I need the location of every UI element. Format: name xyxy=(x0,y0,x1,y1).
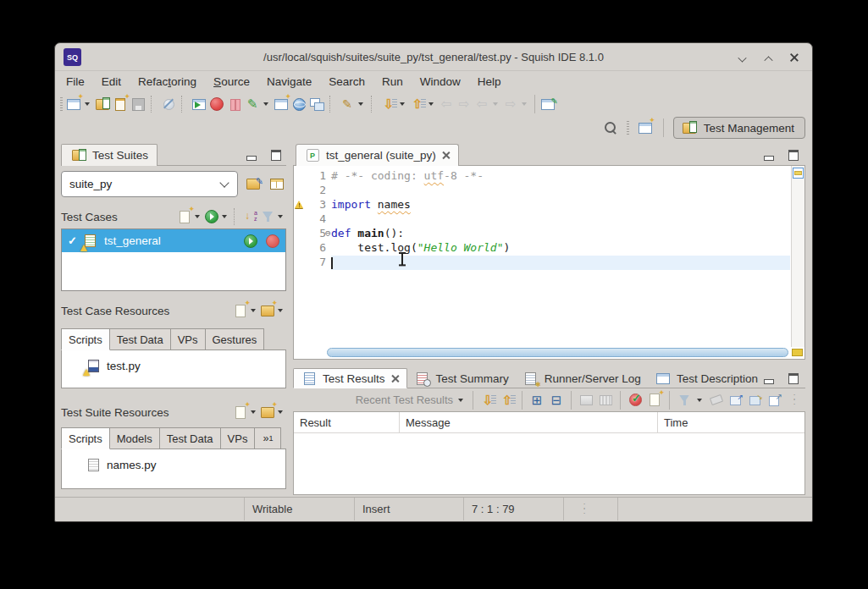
suite-combobox[interactable]: suite_py xyxy=(61,171,238,197)
next-result-icon[interactable] xyxy=(479,392,496,409)
new-resource-file-dropdown[interactable] xyxy=(251,309,256,312)
horizontal-scrollbar[interactable] xyxy=(327,348,788,357)
test-management-perspective-button[interactable]: Test Management xyxy=(673,117,805,139)
column-time[interactable]: Time xyxy=(658,412,804,432)
column-result[interactable]: Result xyxy=(294,412,400,432)
maximize-results-icon[interactable] xyxy=(785,370,802,387)
new-suite-file-dropdown[interactable] xyxy=(251,410,256,414)
tab-test-summary[interactable]: Test Summary xyxy=(407,368,516,388)
recent-test-results-label[interactable]: Recent Test Results xyxy=(356,394,453,406)
horizontal-scrollbar-thumb[interactable] xyxy=(327,348,788,357)
menu-search[interactable]: Search xyxy=(320,74,373,90)
launch-aut-icon[interactable] xyxy=(191,96,207,113)
run-test-up-dropdown[interactable] xyxy=(428,102,434,106)
record-icon[interactable] xyxy=(208,96,225,113)
run-test-down-dropdown[interactable] xyxy=(400,102,405,106)
menu-window[interactable]: Window xyxy=(412,74,469,90)
tab-test-suites[interactable]: Test Suites xyxy=(61,144,158,166)
quill-edit-dropdown[interactable] xyxy=(358,102,363,106)
menu-source[interactable]: Source xyxy=(205,74,258,90)
quill-edit-icon[interactable] xyxy=(339,96,356,113)
menu-help[interactable]: Help xyxy=(469,74,510,90)
tab-case-test-data[interactable]: Test Data xyxy=(110,328,171,350)
file-row-names-py[interactable]: names.py xyxy=(62,449,285,473)
run-test-up-icon[interactable] xyxy=(409,96,426,113)
open-external-icon[interactable] xyxy=(766,392,783,409)
tab-overflow[interactable]: »1 xyxy=(255,427,281,449)
new-suite-folder-dropdown[interactable] xyxy=(278,410,283,414)
view-menu-icon[interactable] xyxy=(786,392,803,409)
tab-suite-models[interactable]: Models xyxy=(110,427,160,449)
warning-marker-icon[interactable] xyxy=(295,201,303,208)
results-table-body[interactable] xyxy=(294,433,804,494)
close-window-icon[interactable] xyxy=(788,52,800,63)
sort-az-icon[interactable] xyxy=(242,208,259,225)
tab-suite-scripts[interactable]: Scripts xyxy=(61,427,110,449)
suite-settings-icon[interactable] xyxy=(245,176,262,193)
tab-suite-vps[interactable]: VPs xyxy=(221,427,256,449)
new-test-suite-icon[interactable] xyxy=(94,96,111,113)
recent-test-results-dropdown[interactable] xyxy=(458,399,463,402)
menu-refactoring[interactable]: Refactoring xyxy=(130,74,205,90)
annotate-script-icon[interactable] xyxy=(539,96,556,113)
squish-spy-dropdown[interactable] xyxy=(263,102,268,106)
test-case-row-tst-general[interactable]: ✓ tst_general xyxy=(62,229,285,252)
search-icon[interactable] xyxy=(602,119,619,136)
save-icon[interactable] xyxy=(130,96,147,113)
checked-icon[interactable]: ✓ xyxy=(68,234,77,247)
tab-test-description[interactable]: Test Description xyxy=(648,368,765,388)
new-resource-file-icon[interactable] xyxy=(232,302,249,319)
close-tab-icon[interactable] xyxy=(441,151,451,160)
menu-file[interactable]: File xyxy=(58,74,93,90)
minimize-window-icon[interactable] xyxy=(736,52,748,63)
export-results-icon[interactable] xyxy=(727,392,744,409)
verification-icon[interactable] xyxy=(627,392,644,409)
new-report-icon[interactable] xyxy=(646,392,663,409)
run-test-cases-icon[interactable] xyxy=(203,208,220,225)
tab-case-vps[interactable]: VPs xyxy=(171,328,206,350)
minimize-results-icon[interactable] xyxy=(760,370,777,387)
new-test-case-dropdown[interactable] xyxy=(195,215,200,218)
new-resource-folder-dropdown[interactable] xyxy=(278,309,283,312)
maximize-view-icon[interactable] xyxy=(268,146,285,163)
fold-collapse-icon[interactable]: ⊖ xyxy=(325,228,331,239)
object-picker-icon[interactable] xyxy=(160,96,177,113)
suite-config-icon[interactable] xyxy=(268,176,285,193)
new-wizard-icon[interactable] xyxy=(65,96,82,113)
record-test-case-icon[interactable] xyxy=(264,233,281,250)
close-test-results-icon[interactable] xyxy=(390,374,400,383)
expand-all-icon[interactable] xyxy=(528,392,545,409)
menu-navigate[interactable]: Navigate xyxy=(258,74,320,90)
tab-runner-server-log[interactable]: Runner/Server Log xyxy=(516,368,648,388)
menu-run[interactable]: Run xyxy=(373,74,412,90)
editor-tab-tst-general[interactable]: tst_general (suite_py) xyxy=(296,144,459,166)
snapshot-icon[interactable] xyxy=(273,96,290,113)
run-test-case-icon[interactable] xyxy=(242,233,259,250)
title-bar[interactable]: SQ /usr/local/squish/suites/suite_py/tst… xyxy=(55,43,812,71)
open-perspective-icon[interactable] xyxy=(637,119,654,136)
import-results-icon[interactable] xyxy=(747,392,764,409)
filter-dropdown[interactable] xyxy=(278,215,283,218)
overview-ruler[interactable] xyxy=(791,166,804,347)
results-filter-dropdown[interactable] xyxy=(697,399,702,402)
run-test-down-icon[interactable] xyxy=(380,96,397,113)
filter-icon[interactable] xyxy=(259,208,276,225)
minimize-view-icon[interactable] xyxy=(243,146,260,163)
new-suite-folder-icon[interactable] xyxy=(259,404,276,421)
maximize-editor-icon[interactable] xyxy=(785,146,802,163)
code-editor[interactable]: 1 # -*- coding: utf-8 -*- 2 3 xyxy=(293,166,805,360)
new-resource-folder-icon[interactable] xyxy=(259,302,276,319)
new-test-case-icon[interactable] xyxy=(112,96,129,113)
previous-result-icon[interactable] xyxy=(499,392,516,409)
tab-test-results[interactable]: Test Results xyxy=(293,368,407,388)
column-message[interactable]: Message xyxy=(400,412,658,432)
squish-spy-icon[interactable] xyxy=(244,96,261,113)
web-browser-icon[interactable] xyxy=(290,96,307,113)
tab-suite-test-data[interactable]: Test Data xyxy=(160,427,221,449)
tab-case-scripts[interactable]: Scripts xyxy=(61,328,110,350)
new-wizard-dropdown[interactable] xyxy=(85,102,90,106)
maximize-window-icon[interactable] xyxy=(762,52,774,63)
new-test-case-doc-icon[interactable] xyxy=(176,208,193,225)
menu-edit[interactable]: Edit xyxy=(93,74,130,90)
new-suite-file-icon[interactable] xyxy=(232,404,249,421)
